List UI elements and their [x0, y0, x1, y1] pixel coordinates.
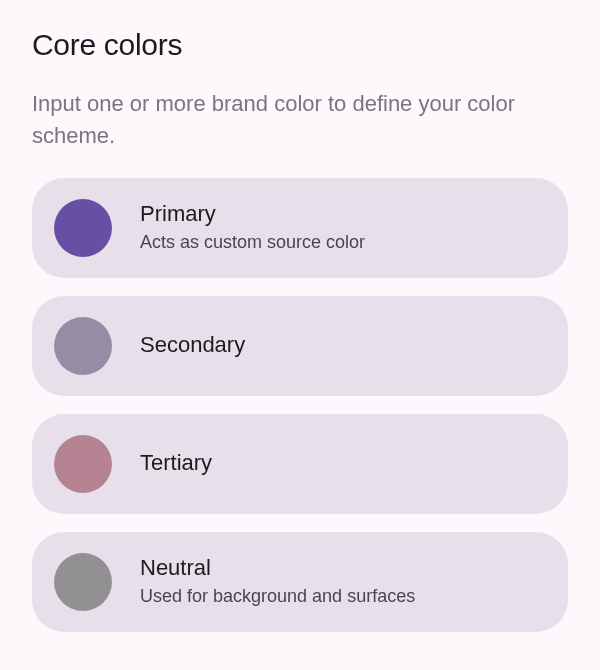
color-item-text: Neutral Used for background and surfaces	[140, 554, 415, 610]
color-swatch-tertiary	[54, 435, 112, 493]
color-item-secondary[interactable]: Secondary	[32, 296, 568, 396]
color-item-text: Primary Acts as custom source color	[140, 200, 365, 256]
color-item-label: Neutral	[140, 554, 415, 583]
color-item-label: Secondary	[140, 331, 245, 360]
color-item-text: Tertiary	[140, 449, 212, 478]
color-swatch-primary	[54, 199, 112, 257]
color-item-description: Acts as custom source color	[140, 230, 365, 255]
color-item-label: Primary	[140, 200, 365, 229]
color-list: Primary Acts as custom source color Seco…	[32, 178, 568, 632]
color-item-neutral[interactable]: Neutral Used for background and surfaces	[32, 532, 568, 632]
page-title: Core colors	[32, 28, 568, 62]
color-item-text: Secondary	[140, 331, 245, 360]
page-subtitle: Input one or more brand color to define …	[32, 88, 568, 152]
color-item-label: Tertiary	[140, 449, 212, 478]
color-item-primary[interactable]: Primary Acts as custom source color	[32, 178, 568, 278]
color-item-tertiary[interactable]: Tertiary	[32, 414, 568, 514]
color-swatch-neutral	[54, 553, 112, 611]
color-swatch-secondary	[54, 317, 112, 375]
color-item-description: Used for background and surfaces	[140, 584, 415, 609]
